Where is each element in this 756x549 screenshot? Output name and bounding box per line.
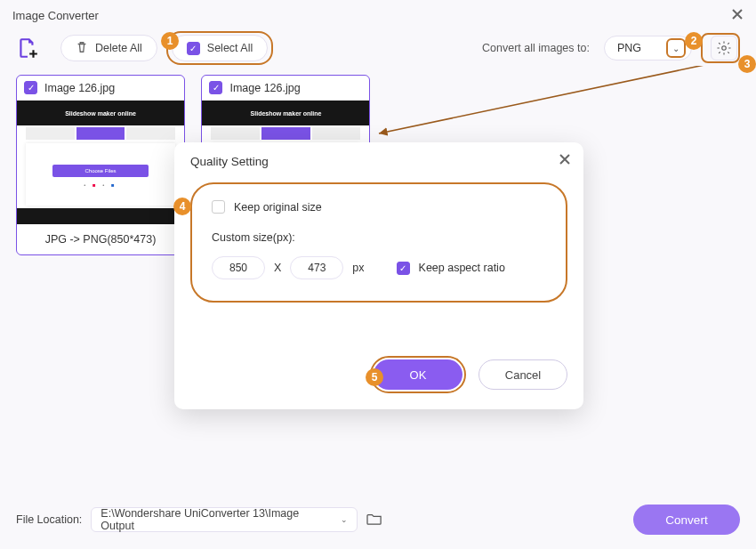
card-checkbox[interactable]: ✓ [24, 81, 37, 94]
keep-ratio-label: Keep aspect ratio [419, 262, 505, 274]
keep-original-label: Keep original size [234, 201, 322, 214]
thumb-title: Slideshow maker online [202, 101, 369, 125]
image-card[interactable]: ✓ Image 126.jpg Slideshow maker online C… [16, 75, 185, 255]
ok-button[interactable]: OK [374, 359, 462, 390]
step-badge-5: 5 [366, 368, 383, 386]
custom-size-row: X px ✓ Keep aspect ratio [212, 256, 546, 279]
select-all-button[interactable]: ✓ Select All [172, 35, 268, 61]
px-label: px [352, 262, 364, 274]
toolbar: Delete All ✓ Select All Convert all imag… [0, 30, 756, 66]
thumb-title: Slideshow maker online [17, 101, 184, 125]
width-input[interactable] [212, 256, 265, 279]
modal-actions: OK Cancel [370, 356, 567, 393]
card-filename: Image 126.jpg [229, 82, 300, 94]
height-input[interactable] [290, 256, 343, 279]
add-image-icon[interactable] [16, 36, 39, 60]
ok-highlight: OK [370, 356, 466, 393]
step-badge-2: 2 [685, 32, 703, 50]
custom-size-label: Custom size(px): [212, 231, 546, 244]
delete-all-button[interactable]: Delete All [60, 35, 157, 61]
quality-settings-button[interactable] [711, 36, 737, 61]
keep-original-row[interactable]: ✓ Keep original size [212, 200, 546, 214]
x-separator: X [274, 262, 281, 274]
select-all-highlight: ✓ Select All [166, 31, 273, 65]
card-header: ✓ Image 126.jpg [202, 76, 369, 100]
modal-title: Quality Setting [190, 155, 567, 168]
file-location-label: File Location: [16, 513, 82, 526]
modal-close-button[interactable] [559, 153, 571, 169]
close-window-icon[interactable] [731, 8, 744, 23]
step-badge-4: 4 [173, 198, 191, 215]
titlebar: Image Converter [0, 0, 756, 30]
delete-all-label: Delete All [95, 42, 142, 54]
chevron-down-icon: ⌄ [672, 44, 680, 53]
step-badge-3: 3 [738, 55, 756, 73]
select-all-label: Select All [207, 42, 253, 54]
format-select[interactable]: PNG ⌄ [604, 36, 692, 61]
cancel-button[interactable]: Cancel [479, 359, 567, 390]
card-filename: Image 126.jpg [44, 82, 115, 94]
card-header: ✓ Image 126.jpg [17, 76, 184, 100]
format-value: PNG [617, 42, 641, 54]
file-location-select[interactable]: E:\Wondershare UniConverter 13\Image Out… [91, 507, 358, 532]
card-footer: JPG -> PNG(850*473) [17, 224, 184, 254]
card-checkbox[interactable]: ✓ [209, 81, 222, 94]
trash-icon [76, 41, 88, 56]
settings-highlight [701, 33, 740, 63]
window-title: Image Converter [12, 9, 99, 22]
open-folder-button[interactable] [366, 512, 382, 529]
footer: File Location: E:\Wondershare UniConvert… [16, 505, 740, 535]
file-location-path: E:\Wondershare UniConverter 13\Image Out… [101, 507, 332, 532]
convert-to-label: Convert all images to: [482, 42, 590, 54]
step-badge-1: 1 [161, 32, 179, 50]
format-caret-highlight: ⌄ [666, 38, 686, 58]
svg-line-1 [379, 66, 717, 133]
convert-button[interactable]: Convert [633, 505, 740, 535]
svg-point-0 [722, 46, 727, 51]
keep-ratio-checkbox[interactable]: ✓ [397, 262, 410, 275]
chevron-down-icon: ⌄ [341, 515, 348, 524]
keep-original-checkbox[interactable]: ✓ [212, 200, 225, 214]
gear-icon [716, 40, 732, 56]
card-thumbnail: Slideshow maker online Choose Files • ■ … [17, 100, 184, 224]
settings-highlight-box: ✓ Keep original size Custom size(px): X … [190, 182, 567, 303]
checkbox-icon: ✓ [187, 42, 200, 55]
